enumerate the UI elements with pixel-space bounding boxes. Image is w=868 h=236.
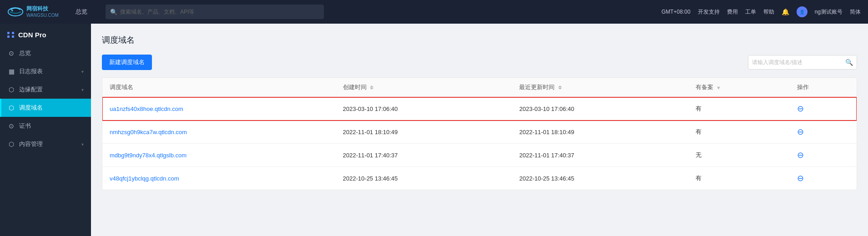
content-manage-arrow-icon: ▾	[81, 142, 84, 147]
domain-search-input[interactable]	[752, 59, 843, 65]
edge-config-arrow-icon: ▾	[81, 87, 84, 92]
sidebar-item-overview-label: 总览	[19, 49, 31, 57]
table-body: ua1nzfs40x8hoe.qtlcdn.com2023-03-10 17:0…	[102, 97, 857, 190]
top-search-input[interactable]	[120, 9, 319, 15]
cell-has-record-0: 有	[688, 97, 789, 121]
top-search-bar[interactable]: 🔍	[106, 5, 324, 19]
domain-link-3[interactable]: v48qfcj1ybclqg.qtlcdn.com	[110, 175, 179, 182]
overview-icon: ⊙	[7, 50, 15, 57]
table-header: 调度域名 创建时间 最近更新时间	[102, 78, 857, 97]
create-time-sort-icon[interactable]	[370, 85, 373, 90]
new-dispatch-domain-button[interactable]: 新建调度域名	[102, 55, 152, 70]
cell-domain-2: mdbg9t9ndy78x4.qtlgslb.com	[102, 144, 336, 167]
sidebar-item-certificate-label: 证书	[19, 122, 31, 130]
log-report-arrow-icon: ▾	[81, 69, 84, 74]
cell-update-time-0: 2023-03-10 17:06:40	[512, 97, 688, 121]
sidebar-item-content-manage[interactable]: ⬡ 内容管理 ▾	[0, 135, 91, 153]
top-navigation: 网宿科技 WANGSU.COM 总览 🔍 GMT+08:00 开发支持 费用 工…	[0, 0, 868, 24]
nav-right: GMT+08:00 开发支持 费用 工单 帮助 🔔 👤 ng测试账号 简体	[661, 6, 861, 17]
col-has-record[interactable]: 有备案 ▼	[688, 78, 789, 97]
dispatch-domain-icon: ⬡	[7, 104, 15, 111]
logo-icon	[7, 5, 24, 18]
cell-update-time-3: 2022-10-25 13:46:45	[512, 167, 688, 190]
log-report-icon: ▦	[7, 68, 15, 75]
toolbar: 新建调度域名 🔍	[102, 55, 857, 70]
domain-link-1[interactable]: nmhzsg0h9kca7w.qtlcdn.com	[110, 129, 187, 136]
grid-icon	[7, 32, 15, 38]
domain-link-0[interactable]: ua1nzfs40x8hoe.qtlcdn.com	[110, 105, 183, 112]
avatar-icon: 👤	[799, 10, 805, 15]
logo-domain: WANGSU.COM	[26, 12, 59, 18]
sidebar-item-log-label: 日志报表	[19, 67, 43, 75]
domain-search-icon[interactable]: 🔍	[845, 59, 853, 66]
cell-action-2: ⊖	[790, 144, 857, 167]
sidebar-item-edge-config[interactable]: ⬡ 边缘配置 ▾	[0, 80, 91, 99]
help-link[interactable]: 帮助	[763, 8, 774, 16]
billing-link[interactable]: 费用	[727, 8, 738, 16]
notification-bell-icon[interactable]: 🔔	[782, 8, 789, 15]
action-button-0[interactable]: ⊖	[797, 104, 804, 113]
top-nav-overview[interactable]: 总览	[76, 8, 87, 16]
sidebar-item-dispatch-domain[interactable]: ⬡ 调度域名	[0, 99, 91, 117]
cell-create-time-2: 2022-11-01 17:40:37	[336, 144, 512, 167]
edge-config-icon: ⬡	[7, 86, 15, 93]
col-update-time[interactable]: 最近更新时间	[512, 78, 688, 97]
page-title: 调度域名	[102, 35, 857, 45]
domain-search-bar[interactable]: 🔍	[748, 55, 857, 70]
dev-support-link[interactable]: 开发支持	[698, 8, 720, 16]
cell-update-time-1: 2022-11-01 18:10:49	[512, 121, 688, 144]
lang-switch[interactable]: 简体	[850, 8, 861, 16]
cell-has-record-2: 无	[688, 144, 789, 167]
cell-domain-3: v48qfcj1ybclqg.qtlcdn.com	[102, 167, 336, 190]
sidebar-item-dispatch-label: 调度域名	[19, 104, 43, 112]
logo[interactable]: 网宿科技 WANGSU.COM	[7, 5, 66, 19]
table-row: ua1nzfs40x8hoe.qtlcdn.com2023-03-10 17:0…	[102, 97, 857, 121]
workorder-link[interactable]: 工单	[745, 8, 756, 16]
sidebar-item-edge-label: 边缘配置	[19, 85, 43, 94]
action-button-2[interactable]: ⊖	[797, 151, 804, 160]
username-label[interactable]: ng测试账号	[815, 8, 843, 16]
main-layout: CDN Pro ⊙ 总览 ▦ 日志报表 ▾ ⬡ 边缘配置 ▾ ⬡ 调度域名 ⊙ …	[0, 24, 868, 236]
sidebar-header: CDN Pro	[0, 24, 91, 44]
cell-create-time-3: 2022-10-25 13:46:45	[336, 167, 512, 190]
action-button-1[interactable]: ⊖	[797, 127, 804, 136]
cell-update-time-2: 2022-11-01 17:40:37	[512, 144, 688, 167]
sidebar-item-certificate[interactable]: ⊙ 证书	[0, 117, 91, 135]
cell-action-1: ⊖	[790, 121, 857, 144]
main-content: 调度域名 新建调度域名 🔍 调度域名 创建时间	[91, 24, 868, 236]
sidebar-product-name: CDN Pro	[18, 31, 46, 39]
cell-create-time-1: 2022-11-01 18:10:49	[336, 121, 512, 144]
top-search-icon: 🔍	[110, 9, 117, 15]
cell-create-time-0: 2023-03-10 17:06:40	[336, 97, 512, 121]
action-button-3[interactable]: ⊖	[797, 174, 804, 183]
cell-domain-1: nmhzsg0h9kca7w.qtlcdn.com	[102, 121, 336, 144]
col-action: 操作	[790, 78, 857, 97]
sidebar-item-content-label: 内容管理	[19, 140, 43, 148]
domain-table: 调度域名 创建时间 最近更新时间	[102, 78, 857, 190]
col-create-time[interactable]: 创建时间	[336, 78, 512, 97]
svg-point-1	[11, 10, 13, 12]
content-manage-icon: ⬡	[7, 141, 15, 148]
cell-domain-0: ua1nzfs40x8hoe.qtlcdn.com	[102, 97, 336, 121]
cell-has-record-1: 有	[688, 121, 789, 144]
timezone-label: GMT+08:00	[661, 9, 691, 15]
sidebar-item-overview[interactable]: ⊙ 总览	[0, 44, 91, 62]
logo-company: 网宿科技	[26, 5, 59, 13]
table-row: nmhzsg0h9kca7w.qtlcdn.com2022-11-01 18:1…	[102, 121, 857, 144]
certificate-icon: ⊙	[7, 122, 15, 130]
cell-action-0: ⊖	[790, 97, 857, 121]
sidebar: CDN Pro ⊙ 总览 ▦ 日志报表 ▾ ⬡ 边缘配置 ▾ ⬡ 调度域名 ⊙ …	[0, 24, 91, 236]
has-record-filter-icon[interactable]: ▼	[716, 85, 721, 90]
table-row: v48qfcj1ybclqg.qtlcdn.com2022-10-25 13:4…	[102, 167, 857, 190]
domain-table-container: 调度域名 创建时间 最近更新时间	[102, 77, 857, 190]
cell-has-record-3: 有	[688, 167, 789, 190]
sidebar-item-log-report[interactable]: ▦ 日志报表 ▾	[0, 62, 91, 80]
update-time-sort-icon[interactable]	[558, 85, 562, 90]
domain-link-2[interactable]: mdbg9t9ndy78x4.qtlgslb.com	[110, 152, 187, 159]
col-domain-name: 调度域名	[102, 78, 336, 97]
table-row: mdbg9t9ndy78x4.qtlgslb.com2022-11-01 17:…	[102, 144, 857, 167]
cell-action-3: ⊖	[790, 167, 857, 190]
avatar[interactable]: 👤	[797, 6, 807, 17]
